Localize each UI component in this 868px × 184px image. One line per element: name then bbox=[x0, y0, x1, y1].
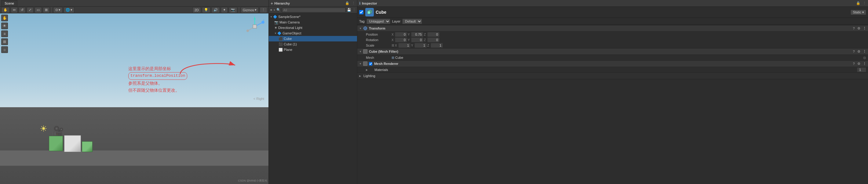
rotation-fields: X Y Z bbox=[392, 37, 866, 42]
meshrenderer-active-checkbox[interactable] bbox=[369, 62, 372, 66]
transform-settings-icon[interactable]: ⚙ bbox=[857, 27, 860, 31]
global-btn[interactable]: 🌐 ▾ bbox=[64, 7, 74, 13]
hierarchy-save-icon: 💾 bbox=[347, 8, 351, 12]
scale-z-input[interactable] bbox=[431, 43, 443, 48]
tag-label: Tag bbox=[359, 20, 365, 23]
lighting-label: Lighting bbox=[364, 74, 375, 78]
hierarchy-more2-icon[interactable]: ⋮ bbox=[352, 8, 356, 12]
hier-item-cube1[interactable]: ⬛ Cube (1) bbox=[269, 41, 357, 47]
scale-z-label: Z bbox=[427, 44, 430, 47]
position-y-input[interactable] bbox=[411, 32, 423, 37]
scene-tab[interactable]: Scene bbox=[1, 0, 18, 6]
rot-x-label: X bbox=[392, 38, 395, 42]
tool-eye[interactable]: 👁 bbox=[1, 23, 8, 29]
scale-y-label: Y bbox=[411, 44, 414, 47]
static-button[interactable]: Static ▾ bbox=[850, 10, 866, 15]
light-btn[interactable]: 💡 bbox=[202, 7, 211, 13]
scene-viewport[interactable]: ✋ 👁 ≡ ⊞ ☼ bbox=[0, 13, 269, 184]
hierarchy-more-icon[interactable]: ⋮ bbox=[352, 1, 355, 5]
hierarchy-search: + ▾ 🔍 💾 ⋮ bbox=[269, 7, 357, 13]
combined-tool-btn[interactable]: ⊞ bbox=[43, 7, 50, 13]
tool-hand[interactable]: ✋ bbox=[1, 14, 8, 21]
transform-header[interactable]: ▼ Transform ? ⚙ ⋮ bbox=[357, 25, 868, 32]
static-arrow: ▾ bbox=[862, 10, 864, 14]
position-fields: X Y Z bbox=[392, 32, 866, 37]
meshrenderer-settings-icon[interactable]: ⚙ bbox=[857, 62, 860, 66]
camera-btn[interactable]: 📷 bbox=[229, 7, 237, 13]
scene-tab-label: Scene bbox=[5, 2, 14, 5]
hier-icon-cube1: ⬛ bbox=[279, 42, 283, 46]
scale-x-input[interactable] bbox=[398, 43, 410, 48]
inspector-more-icon[interactable]: ⋮ bbox=[863, 1, 866, 5]
rotation-y-field: Y bbox=[408, 37, 423, 42]
materials-count-input[interactable] bbox=[857, 67, 866, 72]
meshfilter-more-icon[interactable]: ⋮ bbox=[863, 50, 866, 53]
meshfilter-help-icon[interactable]: ? bbox=[853, 50, 855, 53]
meshfilter-arrow: ▼ bbox=[359, 50, 362, 53]
hier-item-gameobject[interactable]: ▼ 🔷 GameObject bbox=[269, 31, 357, 36]
annotation-code: transform.localPosition bbox=[128, 72, 187, 80]
inspector-lock-icon: 🔒 bbox=[856, 1, 860, 5]
position-row: Position X Y Z bbox=[357, 32, 868, 37]
tag-select[interactable]: Untagged bbox=[367, 19, 390, 24]
transform-more-icon[interactable]: ⋮ bbox=[863, 27, 866, 31]
cube-small-green bbox=[82, 141, 93, 152]
scale-icon: ⤢ bbox=[29, 8, 31, 12]
annotation-line2: 参照系是父物体。 bbox=[128, 81, 162, 85]
scale-z-field: Z bbox=[427, 43, 443, 48]
meshfilter-icon bbox=[363, 49, 368, 54]
mesh-renderer-header[interactable]: ▼ Mesh Renderer ? ⚙ ⋮ bbox=[357, 60, 868, 67]
hier-label-maincamera: Main Camera bbox=[279, 21, 300, 24]
camera-model-icon: 🎥 bbox=[52, 125, 64, 137]
hierarchy-title: Hierarchy bbox=[274, 2, 290, 5]
hier-icon-maincamera: 📷 bbox=[274, 21, 279, 24]
hier-item-samplescene[interactable]: ▼ 🔷 SampleScene* bbox=[269, 14, 357, 20]
gizmos-btn[interactable]: Gizmos ▾ bbox=[241, 7, 259, 13]
hier-item-cube[interactable]: ⬛ Cube bbox=[269, 36, 357, 41]
rect-tool-btn[interactable]: ▭ bbox=[34, 7, 42, 13]
hier-item-dirlight[interactable]: ☀ Directional Light bbox=[269, 25, 357, 31]
hier-item-maincamera[interactable]: 📷 Main Camera bbox=[269, 20, 357, 25]
audio-btn[interactable]: 🔊 bbox=[211, 7, 220, 13]
scale-x-label: X bbox=[395, 44, 398, 47]
hand-tool-btn[interactable]: ✋ bbox=[1, 7, 10, 13]
effects-btn[interactable]: ✦ bbox=[221, 7, 228, 13]
mesh-target-icon[interactable]: ◎ bbox=[863, 56, 866, 60]
hierarchy-search-input[interactable] bbox=[282, 8, 346, 12]
rotation-x-input[interactable] bbox=[395, 37, 407, 42]
2d-btn[interactable]: 2D bbox=[192, 7, 201, 13]
rotate-tool-btn[interactable]: ↺ bbox=[19, 7, 26, 13]
rotation-y-input[interactable] bbox=[411, 37, 423, 42]
rotation-z-input[interactable] bbox=[427, 37, 439, 42]
scale-tool-btn[interactable]: ⤢ bbox=[27, 7, 34, 13]
hierarchy-add-btn[interactable]: + bbox=[271, 1, 273, 6]
tool-grid[interactable]: ⊞ bbox=[1, 38, 8, 45]
scale-y-input[interactable] bbox=[414, 43, 427, 48]
cube-white bbox=[64, 135, 81, 152]
scene-content: ✋ 👁 ≡ ⊞ ☼ bbox=[0, 13, 269, 184]
meshrenderer-help-icon[interactable]: ? bbox=[853, 62, 855, 66]
svg-rect-10 bbox=[367, 11, 370, 14]
layer-select[interactable]: Default bbox=[402, 19, 422, 24]
more-scene-btn[interactable]: ⋮ bbox=[259, 7, 267, 13]
position-x-input[interactable] bbox=[395, 32, 407, 37]
hierarchy-add-small[interactable]: + bbox=[270, 8, 273, 12]
move-tool-btn[interactable]: ⇔ bbox=[11, 7, 18, 13]
static-label: Static bbox=[853, 10, 861, 14]
hier-item-plane[interactable]: ⬜ Plane bbox=[269, 47, 357, 52]
mesh-filter-header[interactable]: ▼ Cube (Mesh Filter) ? ⚙ ⋮ bbox=[357, 48, 868, 55]
transform-help-icon[interactable]: ? bbox=[853, 27, 855, 30]
tool-layers[interactable]: ≡ bbox=[1, 31, 8, 37]
tool-sun[interactable]: ☼ bbox=[1, 46, 8, 53]
cube-green bbox=[49, 136, 63, 151]
pivot-btn[interactable]: ⊙ ▾ bbox=[53, 7, 63, 13]
lighting-header[interactable]: ▶ Lighting bbox=[357, 73, 868, 79]
position-z-input[interactable] bbox=[427, 32, 439, 37]
meshrenderer-more-icon[interactable]: ⋮ bbox=[863, 62, 866, 66]
object-active-checkbox[interactable] bbox=[359, 10, 364, 14]
meshfilter-settings-icon[interactable]: ⚙ bbox=[857, 50, 860, 53]
rotation-row: Rotation X Y Z bbox=[357, 37, 868, 43]
mesh-value-row: Mesh ⊞ Cube ◎ bbox=[357, 55, 868, 60]
rotation-z-field: Z bbox=[424, 37, 439, 42]
inspector-title-row: Cube Static ▾ bbox=[357, 7, 868, 18]
